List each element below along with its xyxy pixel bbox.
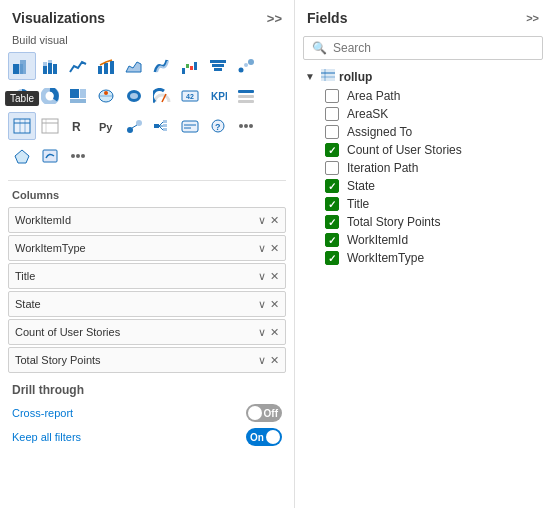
field-checkbox-workitemid[interactable]	[325, 233, 339, 247]
close-workitemid-icon[interactable]: ✕	[270, 214, 279, 227]
column-name-workitemid: WorkItemId	[15, 214, 258, 226]
matrix-icon[interactable]	[36, 112, 64, 140]
chevron-down-state-icon[interactable]: ∨	[258, 298, 266, 311]
r-visual-icon[interactable]: R	[64, 112, 92, 140]
field-item-state[interactable]: State	[301, 177, 545, 195]
field-item-title[interactable]: Title	[301, 195, 545, 213]
chevron-down-title-icon[interactable]: ∨	[258, 270, 266, 283]
close-workitemtype-icon[interactable]: ✕	[270, 242, 279, 255]
field-item-assignedto[interactable]: Assigned To	[301, 123, 545, 141]
viz-icons-grid: 42 KPI Table R Py	[0, 52, 294, 176]
close-state-icon[interactable]: ✕	[270, 298, 279, 311]
ribbon-chart-icon[interactable]	[148, 52, 176, 80]
cross-report-toggle-knob	[248, 406, 262, 420]
chevron-down-workitemid-icon[interactable]: ∨	[258, 214, 266, 227]
waterfall-icon[interactable]	[176, 52, 204, 80]
field-checkbox-state[interactable]	[325, 179, 339, 193]
svg-text:R: R	[72, 120, 81, 134]
fields-expand-icon[interactable]: >>	[526, 12, 539, 24]
tree-group-rollup[interactable]: ▼ rollup	[301, 66, 545, 87]
kpi-icon[interactable]: KPI	[204, 82, 232, 110]
visualizations-header: Visualizations >>	[0, 0, 294, 32]
viz-row-1	[8, 52, 286, 80]
column-item-workitemid[interactable]: WorkItemId ∨ ✕	[8, 207, 286, 233]
key-influencers-icon[interactable]	[120, 112, 148, 140]
table-icon[interactable]: Table	[8, 112, 36, 140]
column-item-totalstorypoints[interactable]: Total Story Points ∨ ✕	[8, 347, 286, 373]
field-name-workitemid: WorkItemId	[347, 233, 408, 247]
column-item-workitemtype[interactable]: WorkItemType ∨ ✕	[8, 235, 286, 261]
svg-rect-2	[20, 60, 26, 74]
field-checkbox-countuserstories[interactable]	[325, 143, 339, 157]
python-visual-icon[interactable]: Py	[92, 112, 120, 140]
field-name-assignedto: Assigned To	[347, 125, 412, 139]
chevron-down-countuserstories-icon[interactable]: ∨	[258, 326, 266, 339]
smart-narrative-icon[interactable]	[176, 112, 204, 140]
gauge-icon[interactable]	[148, 82, 176, 110]
svg-rect-40	[14, 119, 30, 133]
field-item-areapath[interactable]: Area Path	[301, 87, 545, 105]
qa-icon[interactable]: ?	[204, 112, 232, 140]
field-checkbox-areapath[interactable]	[325, 89, 339, 103]
build-visual-label: Build visual	[0, 32, 294, 52]
area-chart-icon[interactable]	[120, 52, 148, 80]
funnel-icon[interactable]	[204, 52, 232, 80]
svg-rect-59	[182, 121, 198, 132]
field-item-workitemid[interactable]: WorkItemId	[301, 231, 545, 249]
scatter-icon[interactable]	[232, 52, 260, 80]
azure-map-icon[interactable]	[36, 142, 64, 170]
close-countuserstories-icon[interactable]: ✕	[270, 326, 279, 339]
svg-rect-8	[98, 66, 102, 74]
line-chart-icon[interactable]	[64, 52, 92, 80]
field-checkbox-assignedto[interactable]	[325, 125, 339, 139]
pie-chart-icon[interactable]	[8, 82, 36, 110]
filled-map-icon[interactable]	[120, 82, 148, 110]
close-title-icon[interactable]: ✕	[270, 270, 279, 283]
chevron-down-workitemtype-icon[interactable]: ∨	[258, 242, 266, 255]
shape-map-icon[interactable]	[8, 142, 36, 170]
field-item-iterationpath[interactable]: Iteration Path	[301, 159, 545, 177]
field-checkbox-totalstorypoints[interactable]	[325, 215, 339, 229]
svg-line-55	[159, 126, 163, 130]
stacked-bar-icon[interactable]	[36, 52, 64, 80]
bar-chart-icon[interactable]	[8, 52, 36, 80]
field-item-areask[interactable]: AreaSK	[301, 105, 545, 123]
field-item-workitemtype[interactable]: WorkItemType	[301, 249, 545, 267]
search-box[interactable]: 🔍	[303, 36, 543, 60]
card-icon[interactable]: 42	[176, 82, 204, 110]
treemap-icon[interactable]	[64, 82, 92, 110]
cross-report-label[interactable]: Cross-report	[12, 407, 73, 419]
map-icon[interactable]	[92, 82, 120, 110]
column-item-countuserstories[interactable]: Count of User Stories ∨ ✕	[8, 319, 286, 345]
svg-rect-3	[43, 66, 47, 74]
field-item-countuserstories[interactable]: Count of User Stories	[301, 141, 545, 159]
donut-icon[interactable]	[36, 82, 64, 110]
svg-rect-9	[104, 63, 108, 74]
keep-all-filters-label[interactable]: Keep all filters	[12, 431, 81, 443]
decomp-tree-icon[interactable]	[148, 112, 176, 140]
cross-report-toggle[interactable]: Off	[246, 404, 282, 422]
chevron-down-totalstorypoints-icon[interactable]: ∨	[258, 354, 266, 367]
field-checkbox-areask[interactable]	[325, 107, 339, 121]
more-visuals-icon[interactable]	[64, 142, 92, 170]
svg-text:42: 42	[186, 93, 194, 100]
field-item-totalstorypoints[interactable]: Total Story Points	[301, 213, 545, 231]
svg-point-70	[76, 154, 80, 158]
keep-all-filters-toggle-knob	[266, 430, 280, 444]
slicer-icon[interactable]	[232, 82, 260, 110]
keep-all-filters-toggle[interactable]: On	[246, 428, 282, 446]
field-checkbox-title[interactable]	[325, 197, 339, 211]
search-input[interactable]	[333, 41, 534, 55]
close-totalstorypoints-icon[interactable]: ✕	[270, 354, 279, 367]
field-checkbox-workitemtype[interactable]	[325, 251, 339, 265]
field-checkbox-iterationpath[interactable]	[325, 161, 339, 175]
column-item-title[interactable]: Title ∨ ✕	[8, 263, 286, 289]
svg-rect-72	[321, 69, 335, 81]
svg-text:?: ?	[215, 122, 221, 132]
more-visuals-row3-icon[interactable]	[232, 112, 260, 140]
visualizations-panel: Visualizations >> Build visual	[0, 0, 295, 508]
svg-rect-0	[13, 64, 19, 74]
combo-chart-icon[interactable]	[92, 52, 120, 80]
visualizations-expand-icon[interactable]: >>	[267, 11, 282, 26]
column-item-state[interactable]: State ∨ ✕	[8, 291, 286, 317]
